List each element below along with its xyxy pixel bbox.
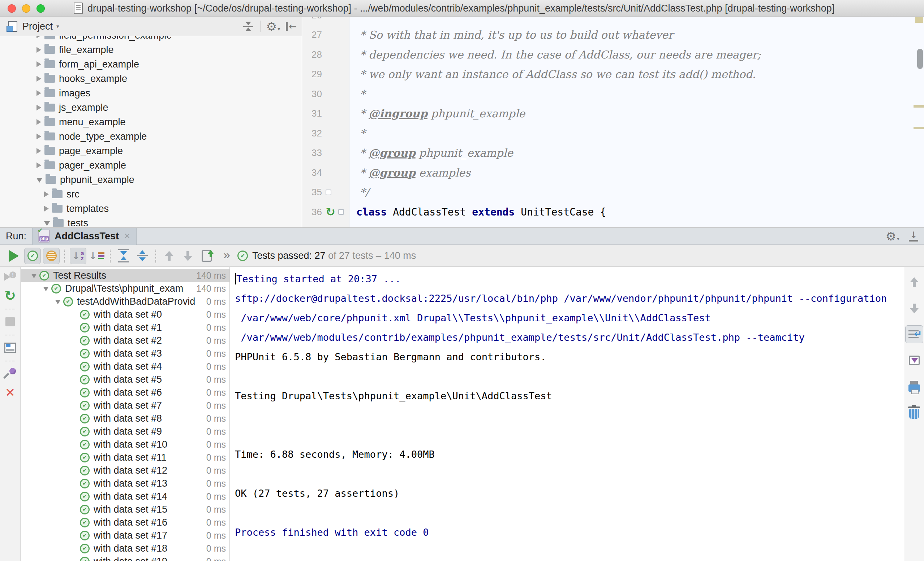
- tree-item-phpunit-example[interactable]: phpunit_example: [0, 172, 302, 187]
- expand-arrow-icon[interactable]: [36, 133, 41, 139]
- chevron-down-icon[interactable]: ▾: [56, 23, 59, 30]
- stop-icon[interactable]: [3, 315, 17, 328]
- tree-item-templates[interactable]: templates: [0, 202, 302, 216]
- test-row-with-data-set-4[interactable]: with data set #40 ms: [21, 360, 230, 373]
- tree-item-pager-example[interactable]: pager_example: [0, 158, 302, 172]
- test-row-with-data-set-11[interactable]: with data set #110 ms: [21, 451, 230, 464]
- minimize-window-icon[interactable]: [22, 4, 30, 13]
- fold-marker-icon[interactable]: [338, 209, 344, 215]
- tree-item-tests[interactable]: tests: [0, 216, 302, 227]
- tree-item-page-example[interactable]: page_example: [0, 144, 302, 158]
- expand-all-icon[interactable]: [115, 248, 132, 264]
- print-icon[interactable]: [905, 377, 923, 395]
- tree-item-hooks-example[interactable]: hooks_example: [0, 72, 302, 86]
- collapse-arrow-icon[interactable]: [55, 300, 60, 304]
- tree-item-images[interactable]: images: [0, 86, 302, 100]
- rerun-failed-tests-icon[interactable]: [3, 271, 17, 283]
- console-output[interactable]: Testing started at 20:37 ...sftp://docke…: [230, 267, 904, 561]
- expand-arrow-icon[interactable]: [44, 191, 49, 197]
- expand-arrow-icon[interactable]: [36, 36, 41, 38]
- pin-tab-icon[interactable]: [3, 367, 17, 380]
- code-text[interactable]: *: [356, 88, 365, 100]
- code-text[interactable]: * @group examples: [356, 166, 471, 179]
- run-test-icon[interactable]: ↻: [326, 206, 335, 218]
- test-row-with-data-set-2[interactable]: with data set #20 ms: [21, 334, 230, 347]
- collapse-arrow-icon[interactable]: [32, 274, 36, 278]
- show-ignored-icon[interactable]: [43, 248, 60, 264]
- expand-arrow-icon[interactable]: [36, 105, 41, 111]
- close-window-icon[interactable]: [8, 4, 16, 13]
- zoom-window-icon[interactable]: [36, 4, 45, 13]
- test-row-with-data-set-6[interactable]: with data set #60 ms: [21, 386, 230, 399]
- close-icon[interactable]: ✕: [3, 386, 17, 399]
- test-row-with-data-set-19[interactable]: with data set #190 ms: [21, 555, 230, 561]
- test-row-with-data-set-9[interactable]: with data set #90 ms: [21, 425, 230, 438]
- code-text[interactable]: * we only want an instance of AddClass s…: [356, 68, 756, 81]
- code-text[interactable]: *: [356, 127, 365, 140]
- restore-layout-icon[interactable]: [3, 341, 17, 354]
- editor-scrollbar-thumb[interactable]: [917, 49, 923, 69]
- settings-icon[interactable]: ⚙▾: [885, 230, 899, 242]
- test-row-with-data-set-14[interactable]: with data set #140 ms: [21, 490, 230, 503]
- code-text[interactable]: * @group phpunit_example: [356, 147, 513, 159]
- test-row-with-data-set-5[interactable]: with data set #50 ms: [21, 373, 230, 386]
- tree-item-js-example[interactable]: js_example: [0, 100, 302, 115]
- collapse-all-icon[interactable]: [134, 248, 151, 264]
- test-row-with-data-set-15[interactable]: with data set #150 ms: [21, 503, 230, 516]
- close-tab-icon[interactable]: ✕: [124, 232, 130, 241]
- collapse-arrow-icon[interactable]: [44, 221, 50, 226]
- tree-item-file-example[interactable]: file_example: [0, 43, 302, 57]
- collapse-arrow-icon[interactable]: [44, 287, 48, 291]
- code-text[interactable]: */: [356, 186, 369, 199]
- scroll-down-icon[interactable]: [905, 299, 923, 317]
- expand-arrow-icon[interactable]: [36, 162, 41, 168]
- sort-by-duration-icon[interactable]: [88, 248, 105, 264]
- code-text[interactable]: * So with that in mind, it's up to us to…: [356, 28, 673, 41]
- test-row-with-data-set-0[interactable]: with data set #00 ms: [21, 308, 230, 321]
- tree-item-form-api-example[interactable]: form_api_example: [0, 57, 302, 72]
- settings-icon[interactable]: ⚙▾: [266, 21, 280, 33]
- expand-arrow-icon[interactable]: [36, 90, 41, 96]
- test-row-with-data-set-7[interactable]: with data set #70 ms: [21, 399, 230, 412]
- scroll-up-icon[interactable]: [905, 273, 923, 291]
- tree-item-src[interactable]: src: [0, 187, 302, 202]
- test-row-drupal-tests-phpunit-examp[interactable]: Drupal\Tests\phpunit_examp140 ms: [21, 282, 230, 295]
- next-occurrence-icon[interactable]: [180, 248, 196, 264]
- expand-arrow-icon[interactable]: [36, 47, 41, 53]
- test-row-testaddwithbaddataprovid[interactable]: testAddWithBadDataProvidı0 ms: [21, 295, 230, 308]
- tree-item-menu-example[interactable]: menu_example: [0, 115, 302, 129]
- test-row-with-data-set-16[interactable]: with data set #160 ms: [21, 516, 230, 529]
- test-row-with-data-set-10[interactable]: with data set #100 ms: [21, 438, 230, 451]
- test-row-with-data-set-8[interactable]: with data set #80 ms: [21, 412, 230, 425]
- code-text[interactable]: * dependencies we need. In the case of A…: [356, 48, 761, 61]
- expand-arrow-icon[interactable]: [36, 148, 41, 154]
- expand-arrow-icon[interactable]: [44, 206, 49, 212]
- more-chevron-icon[interactable]: »: [224, 248, 230, 262]
- expand-arrow-icon[interactable]: [36, 119, 41, 125]
- code-text[interactable]: * @ingroup phpunit_example: [356, 107, 525, 120]
- scroll-to-end-icon[interactable]: [905, 351, 923, 369]
- tab-addclasstest[interactable]: AddClassTest ✕: [32, 228, 136, 245]
- test-row-with-data-set-1[interactable]: with data set #10 ms: [21, 321, 230, 334]
- test-row-with-data-set-17[interactable]: with data set #170 ms: [21, 529, 230, 542]
- tree-item-node-type-example[interactable]: node_type_example: [0, 129, 302, 144]
- test-row-with-data-set-12[interactable]: with data set #120 ms: [21, 464, 230, 477]
- code-text[interactable]: class AddClassTest extends UnitTestCase …: [356, 206, 606, 218]
- fold-marker-icon[interactable]: [326, 190, 332, 195]
- import-export-test-results-icon[interactable]: [198, 248, 215, 264]
- test-row-with-data-set-18[interactable]: with data set #180 ms: [21, 542, 230, 555]
- clear-all-icon[interactable]: [905, 403, 923, 421]
- use-soft-wraps-icon[interactable]: [905, 325, 923, 343]
- test-row-with-data-set-3[interactable]: with data set #30 ms: [21, 347, 230, 360]
- hide-panel-icon[interactable]: [286, 21, 297, 32]
- sort-alphabetically-icon[interactable]: [70, 248, 86, 264]
- test-row-with-data-set-13[interactable]: with data set #130 ms: [21, 477, 230, 490]
- previous-occurrence-icon[interactable]: [161, 248, 177, 264]
- code-editor[interactable]: 2627 * So with that in mind, it's up to …: [303, 17, 924, 227]
- toggle-auto-test-icon[interactable]: ↻: [3, 289, 17, 302]
- rerun-tests-icon[interactable]: [5, 248, 22, 264]
- collapse-arrow-icon[interactable]: [36, 178, 42, 183]
- collapse-all-icon[interactable]: [242, 20, 254, 33]
- hide-panel-down-icon[interactable]: [909, 231, 918, 241]
- show-passed-icon[interactable]: [24, 248, 41, 264]
